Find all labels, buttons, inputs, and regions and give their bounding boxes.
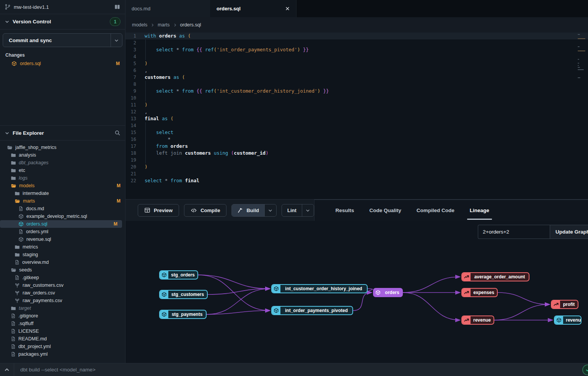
lineage-node-expenses[interactable]: expenses — [461, 288, 498, 297]
code-line[interactable]: 7customers as ( — [125, 74, 588, 81]
code-line[interactable]: 11) — [125, 101, 588, 108]
editor-tab-docs[interactable]: docs.md — [125, 0, 210, 17]
lineage-node-revenue_model[interactable]: revenue — [554, 316, 581, 325]
lineage-node-stg_customers[interactable]: stg_customers — [159, 290, 208, 299]
code-line[interactable]: 22select * from final — [125, 177, 588, 184]
tree-item[interactable]: staging — [0, 251, 125, 258]
tree-item[interactable]: analysis — [0, 151, 125, 159]
minimap[interactable] — [578, 34, 587, 80]
code-line[interactable]: 21 — [125, 170, 588, 177]
tree-item[interactable]: .gitignore — [0, 312, 125, 320]
tree-item[interactable]: dbt_project.yml — [0, 343, 125, 350]
code-line[interactable]: 13final as ( — [125, 115, 588, 122]
changed-file-name: orders.sql — [20, 61, 41, 66]
folder-icon — [11, 152, 16, 158]
code-line[interactable]: 10 — [125, 95, 588, 101]
build-button[interactable]: Build — [232, 204, 264, 216]
tree-item[interactable]: overview.md — [0, 258, 125, 266]
tree-item[interactable]: metrics — [0, 243, 125, 251]
tree-item[interactable]: raw_customers.csv — [0, 281, 125, 289]
code-line[interactable]: 3 select * from {{ ref('int_order_paymen… — [125, 46, 588, 53]
code-line[interactable]: 2 — [125, 39, 588, 46]
tree-item[interactable]: intermediate — [0, 190, 125, 197]
lineage-canvas[interactable]: Update Graph stg_ordersstg_customersstg_… — [125, 221, 588, 363]
tree-item-label: .gitkeep — [22, 275, 39, 280]
tree-item[interactable]: orders.sqlM — [0, 220, 122, 228]
tree-item[interactable]: jaffle_shop_metrics — [0, 144, 125, 151]
preview-button[interactable]: Preview — [138, 204, 179, 217]
lineage-selector-input[interactable] — [478, 225, 550, 239]
tree-item[interactable]: example_develop_metric.sql — [0, 213, 125, 220]
search-icon[interactable] — [114, 130, 121, 136]
code-line[interactable]: 12, — [125, 108, 588, 115]
tree-item[interactable]: target — [0, 304, 125, 312]
code-line[interactable]: 9 select * from {{ ref('int_customer_ord… — [125, 88, 588, 95]
tree-item[interactable]: docs.md — [0, 205, 125, 213]
commit-sync-button[interactable]: Commit and sync — [3, 34, 111, 47]
editor-tab-orders[interactable]: orders.sql — [210, 0, 296, 17]
code-line[interactable]: 17 from orders — [125, 143, 588, 150]
breadcrumb-models[interactable]: models — [132, 22, 147, 28]
tree-item[interactable]: .sqlfluff — [0, 320, 125, 327]
line-number: 5 — [125, 60, 142, 67]
tree-item[interactable]: logs — [0, 174, 125, 182]
tree-item[interactable]: .gitkeep — [0, 274, 125, 281]
code-editor[interactable]: 1with orders as (23 select * from {{ ref… — [125, 33, 588, 199]
folder-icon — [11, 168, 16, 173]
code-line[interactable]: 5) — [125, 60, 588, 67]
lineage-node-stg_payments[interactable]: stg_payments — [159, 310, 207, 319]
update-graph-button[interactable]: Update Graph — [550, 225, 588, 239]
panel-tab-lineage[interactable]: Lineage — [470, 200, 489, 221]
command-input[interactable] — [14, 363, 588, 376]
code-line[interactable]: 20) — [125, 163, 588, 170]
lineage-node-stg_orders[interactable]: stg_orders — [159, 270, 198, 280]
code-line[interactable]: 8 — [125, 81, 588, 88]
lineage-node-revenue_metric[interactable]: revenue — [461, 316, 494, 325]
tree-item[interactable]: orders.yml — [0, 228, 125, 235]
code-line[interactable]: 6, — [125, 67, 588, 74]
tree-item[interactable]: raw_payments.csv — [0, 297, 125, 304]
code-line[interactable]: 19 — [125, 157, 588, 163]
commit-dropdown-button[interactable] — [111, 34, 122, 47]
lineage-node-int_customer_order_history_joined[interactable]: int_customer_order_history_joined — [271, 284, 368, 293]
lineage-node-profit[interactable]: profit — [551, 300, 578, 309]
close-icon[interactable] — [285, 6, 290, 11]
code-line[interactable]: 16 * — [125, 136, 588, 143]
lint-dropdown-button[interactable] — [302, 204, 314, 216]
lineage-node-average_order_amount[interactable]: average_order_amount — [461, 272, 529, 281]
code-text — [142, 39, 145, 46]
tree-item[interactable]: LICENSE — [0, 327, 125, 335]
tree-item[interactable]: packages.yml — [0, 350, 125, 358]
panel-tab-results[interactable]: Results — [336, 200, 354, 221]
code-line[interactable]: 1with orders as ( — [125, 33, 588, 39]
lint-button[interactable]: Lint — [282, 204, 302, 216]
tree-item[interactable]: etc — [0, 167, 125, 174]
code-line[interactable]: 4 — [125, 53, 588, 60]
build-dropdown-button[interactable] — [264, 204, 276, 216]
panel-tab-compiled-code[interactable]: Compiled Code — [417, 200, 454, 221]
lint-label: Lint — [287, 208, 296, 213]
tree-item[interactable]: dbt_packages — [0, 159, 125, 167]
tree-item[interactable]: martsM — [0, 197, 125, 205]
code-line[interactable]: 14 — [125, 122, 588, 129]
lineage-node-int_order_payments_pivoted[interactable]: int_order_payments_pivoted — [271, 306, 353, 315]
panel-tab-code-quality[interactable]: Code Quality — [370, 200, 401, 221]
file-explorer-header[interactable]: File Explorer — [0, 125, 125, 141]
tree-item[interactable]: seeds — [0, 266, 125, 274]
code-line[interactable]: 15 select — [125, 129, 588, 136]
split-panes-icon[interactable] — [114, 4, 121, 10]
tree-item[interactable]: revenue.sql — [0, 235, 125, 243]
code-text: left join customers using (customer_id) — [142, 150, 269, 157]
breadcrumb-marts[interactable]: marts — [158, 22, 169, 28]
tree-item[interactable]: README.md — [0, 335, 125, 343]
changed-file-item[interactable]: orders.sql M — [0, 59, 125, 68]
compile-button[interactable]: Compile — [184, 204, 226, 217]
code-text — [142, 53, 145, 60]
tree-item[interactable]: raw_orders.csv — [0, 289, 125, 297]
collapse-button[interactable] — [0, 363, 14, 376]
breadcrumb-file[interactable]: orders.sql — [180, 22, 201, 28]
code-line[interactable]: 18 left join customers using (customer_i… — [125, 150, 588, 157]
tree-item[interactable]: modelsM — [0, 182, 125, 190]
version-control-header[interactable]: Version Control 1 — [0, 14, 125, 29]
lineage-node-orders[interactable]: orders — [373, 288, 403, 297]
